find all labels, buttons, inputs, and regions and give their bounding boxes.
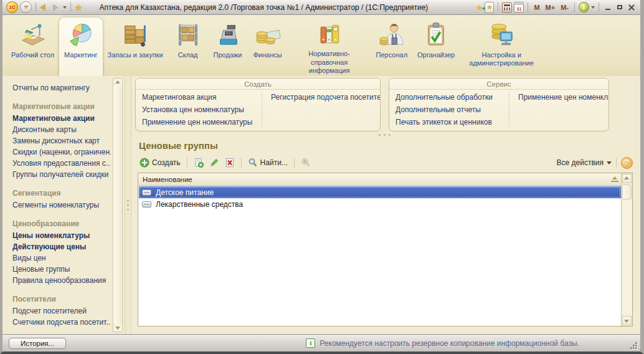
column-header-name: Наименование <box>143 176 192 183</box>
info-dropdown-icon[interactable] <box>591 6 595 9</box>
history-dropdown-icon[interactable] <box>63 6 67 9</box>
sidebar-item-nomenclature-prices[interactable]: Цены номенклатуры <box>12 231 111 240</box>
cmd-additional-processings[interactable]: Дополнительные обработки <box>395 93 503 102</box>
main-menu-button[interactable] <box>20 1 32 13</box>
list-toolbar: Создать <box>138 156 633 169</box>
vertical-splitter[interactable] <box>125 76 131 334</box>
panel-title-service: Сервис <box>389 79 608 90</box>
scroll-up-icon[interactable] <box>115 80 120 84</box>
tab-administration[interactable]: Настройка и администрирование <box>460 17 543 76</box>
memory-m-button[interactable]: M <box>532 4 541 11</box>
tab-label: Продажи <box>214 51 242 59</box>
sidebar-item-current-prices[interactable]: Действующие цены <box>12 242 111 251</box>
history-button[interactable]: История... <box>9 338 66 349</box>
create-button-label: Создать <box>152 158 181 167</box>
memory-m-plus-button[interactable]: M+ <box>544 4 557 11</box>
create-button[interactable]: Создать <box>138 156 182 169</box>
table-row[interactable]: Детское питание <box>139 186 621 198</box>
table-scrollbar[interactable] <box>621 173 632 326</box>
sidebar-item-price-types[interactable]: Виды цен <box>12 254 111 262</box>
all-actions-button[interactable]: Все действия <box>557 158 612 167</box>
sidebar-item-marketing-reports[interactable]: Отчеты по маркетингу <box>12 84 111 92</box>
delete-x-icon <box>225 158 235 168</box>
sidebar-item-price-groups[interactable]: Ценовые группы <box>12 265 111 274</box>
scrollbar-thumb[interactable] <box>113 86 122 324</box>
plus-circle-icon <box>140 158 149 168</box>
table-row[interactable]: Лекарственные средства <box>139 198 621 210</box>
cmd-apply-nomenclature-prices[interactable]: Применение цен номенклатуры <box>142 118 255 127</box>
tab-finance[interactable]: Финансы <box>248 17 288 76</box>
find-button-label: Найти... <box>260 158 288 167</box>
calendar-icon[interactable] <box>514 2 524 12</box>
close-button[interactable] <box>627 3 637 12</box>
sidebar-item-visitor-count[interactable]: Подсчет посетителей <box>12 307 111 315</box>
tab-warehouse[interactable]: Склад <box>168 17 208 76</box>
chevron-down-icon <box>24 6 29 9</box>
scrollbar-thumb[interactable] <box>622 184 632 199</box>
sidebar-item-marketing-actions[interactable]: Маркетинговые акции <box>12 114 111 123</box>
content-area: Отчеты по маркетингу Маркетинговые акции… <box>2 76 640 334</box>
cmd-print-labels[interactable]: Печать этикеток и ценников <box>395 118 503 127</box>
tab-personnel[interactable]: Персонал <box>371 17 413 76</box>
minimize-button[interactable] <box>603 3 613 12</box>
panel-title-create: Создать <box>136 79 380 90</box>
memory-m-minus-button[interactable]: M- <box>559 4 571 11</box>
horizontal-splitter[interactable] <box>135 132 634 138</box>
status-message[interactable]: Рекомендуется настроить резервное копиро… <box>306 338 579 348</box>
sidebar-item-discount-recipient-groups[interactable]: Группы получателей скидки <box>12 170 111 179</box>
window-title: Аптека для Казахстана, редакция 2.0 /Тор… <box>100 3 473 12</box>
1c-logo-icon[interactable] <box>6 1 18 13</box>
cmd-marketing-action[interactable]: Маркетинговая акция <box>142 93 255 102</box>
cmd-set-nomenclature-prices[interactable]: Установка цен номенклатуры <box>142 105 255 114</box>
favorites-star-icon[interactable]: ★ <box>75 3 83 12</box>
scroll-down-icon[interactable] <box>624 320 629 323</box>
tab-desktop[interactable]: Рабочий стол <box>6 17 59 76</box>
calculator-icon[interactable] <box>502 2 512 12</box>
copy-item-button[interactable] <box>192 156 206 169</box>
app-window: ★ Аптека для Казахстана, редакция 2.0 /Т… <box>0 0 644 354</box>
tab-organizer[interactable]: Органайзер <box>412 17 460 76</box>
tab-reference-info[interactable]: Нормативно-справочная информация <box>288 17 371 76</box>
tab-marketing[interactable]: Маркетинг <box>59 17 102 76</box>
sidebar-scrollbar[interactable] <box>113 78 123 332</box>
cmd-additional-reports[interactable]: Дополнительные отчеты <box>395 105 503 114</box>
scroll-down-icon[interactable] <box>115 327 120 330</box>
table-header[interactable]: Наименование <box>138 173 632 186</box>
delete-item-button[interactable] <box>223 156 237 169</box>
resize-grip-icon[interactable] <box>630 342 637 349</box>
cash-register-icon <box>213 21 243 49</box>
open-favorites-icon[interactable]: ★ <box>485 2 494 13</box>
info-icon[interactable] <box>579 2 589 12</box>
sort-icon[interactable] <box>611 176 618 182</box>
sidebar-item-nomenclature-segments[interactable]: Сегменты номенклатуры <box>12 201 111 209</box>
command-panels-row: Создать Маркетинговая акция Установка це… <box>135 78 634 132</box>
status-message-text: Рекомендуется настроить резервное копиро… <box>320 339 579 348</box>
tab-inventory-purchasing[interactable]: Запасы и закупки <box>103 17 168 76</box>
sidebar-group-pricing: Ценообразование <box>12 219 111 228</box>
find-button[interactable]: Найти... <box>246 156 290 169</box>
create-command-panel: Создать Маркетинговая акция Установка це… <box>135 78 381 132</box>
divider <box>36 2 36 12</box>
cmd-apply-nomenclature-prices-2[interactable]: Применение цен номенклатуры <box>518 93 609 102</box>
scroll-up-icon[interactable] <box>624 176 629 179</box>
sidebar-item-discount-conditions[interactable]: Условия предоставления с... <box>12 159 111 168</box>
copy-document-icon <box>194 158 204 168</box>
sidebar-item-pricing-rules[interactable]: Правила ценообразования <box>12 276 111 285</box>
help-button[interactable] <box>621 157 633 169</box>
sidebar-item-visitor-counters[interactable]: Счетчики подсчета посетит... <box>12 318 111 327</box>
sidebar-item-card-replacements[interactable]: Замены дисконтных карт <box>12 136 111 145</box>
maximize-button[interactable] <box>615 3 625 12</box>
cancel-search-button[interactable] <box>299 156 313 169</box>
navigation-sidebar: Отчеты по маркетингу Маркетинговые акции… <box>2 76 125 334</box>
edit-item-button[interactable] <box>207 156 221 169</box>
sidebar-item-discounts[interactable]: Скидки (наценки, ограничен... <box>12 148 111 156</box>
add-favorite-icon[interactable]: ★ <box>475 3 483 12</box>
tab-sales[interactable]: Продажи <box>208 17 248 76</box>
divider <box>187 158 187 168</box>
cmd-register-visitor-count[interactable]: Регистрация подсчета посетителей <box>271 93 381 102</box>
sidebar-item-discount-cards[interactable]: Дисконтные карты <box>12 125 111 134</box>
tab-label: Финансы <box>253 51 282 59</box>
statusbar: История... Рекомендуется настроить резер… <box>2 334 640 352</box>
back-icon[interactable] <box>40 4 45 11</box>
forward-icon[interactable] <box>53 4 59 11</box>
